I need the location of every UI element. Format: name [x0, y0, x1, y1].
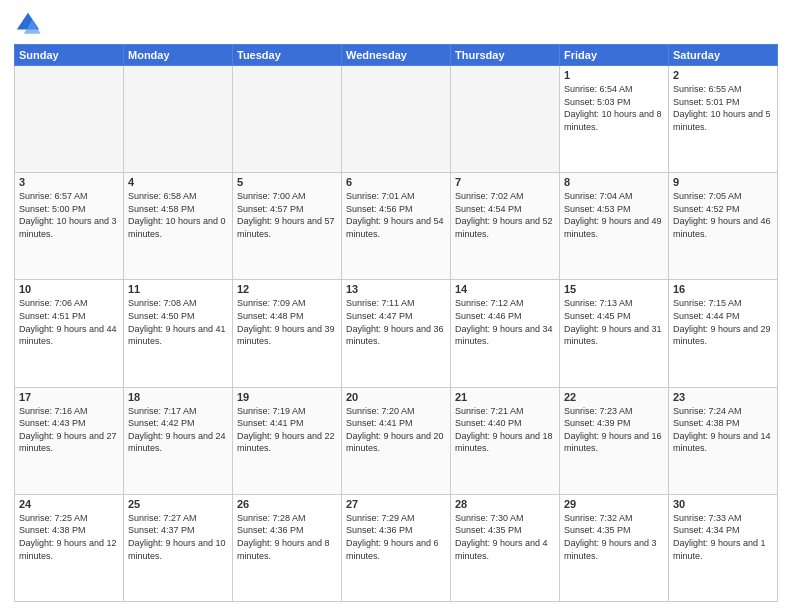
logo-icon [14, 10, 42, 38]
calendar-cell: 7Sunrise: 7:02 AM Sunset: 4:54 PM Daylig… [451, 173, 560, 280]
weekday-header: Saturday [669, 45, 778, 66]
calendar-cell: 25Sunrise: 7:27 AM Sunset: 4:37 PM Dayli… [124, 494, 233, 601]
day-number: 25 [128, 498, 228, 510]
day-number: 17 [19, 391, 119, 403]
day-info: Sunrise: 7:21 AM Sunset: 4:40 PM Dayligh… [455, 405, 555, 455]
day-info: Sunrise: 7:09 AM Sunset: 4:48 PM Dayligh… [237, 297, 337, 347]
calendar-table: SundayMondayTuesdayWednesdayThursdayFrid… [14, 44, 778, 602]
calendar-row: 3Sunrise: 6:57 AM Sunset: 5:00 PM Daylig… [15, 173, 778, 280]
weekday-header: Tuesday [233, 45, 342, 66]
day-number: 14 [455, 283, 555, 295]
header [14, 10, 778, 38]
day-info: Sunrise: 7:25 AM Sunset: 4:38 PM Dayligh… [19, 512, 119, 562]
calendar-cell: 14Sunrise: 7:12 AM Sunset: 4:46 PM Dayli… [451, 280, 560, 387]
day-number: 20 [346, 391, 446, 403]
day-info: Sunrise: 7:02 AM Sunset: 4:54 PM Dayligh… [455, 190, 555, 240]
calendar-cell: 24Sunrise: 7:25 AM Sunset: 4:38 PM Dayli… [15, 494, 124, 601]
calendar-cell: 3Sunrise: 6:57 AM Sunset: 5:00 PM Daylig… [15, 173, 124, 280]
day-info: Sunrise: 7:32 AM Sunset: 4:35 PM Dayligh… [564, 512, 664, 562]
day-info: Sunrise: 6:55 AM Sunset: 5:01 PM Dayligh… [673, 83, 773, 133]
day-number: 10 [19, 283, 119, 295]
weekday-row: SundayMondayTuesdayWednesdayThursdayFrid… [15, 45, 778, 66]
calendar-row: 24Sunrise: 7:25 AM Sunset: 4:38 PM Dayli… [15, 494, 778, 601]
day-number: 3 [19, 176, 119, 188]
calendar-cell: 21Sunrise: 7:21 AM Sunset: 4:40 PM Dayli… [451, 387, 560, 494]
day-number: 19 [237, 391, 337, 403]
calendar-cell: 27Sunrise: 7:29 AM Sunset: 4:36 PM Dayli… [342, 494, 451, 601]
calendar-cell: 28Sunrise: 7:30 AM Sunset: 4:35 PM Dayli… [451, 494, 560, 601]
day-number: 16 [673, 283, 773, 295]
day-info: Sunrise: 6:57 AM Sunset: 5:00 PM Dayligh… [19, 190, 119, 240]
day-info: Sunrise: 7:13 AM Sunset: 4:45 PM Dayligh… [564, 297, 664, 347]
day-number: 22 [564, 391, 664, 403]
calendar-cell: 22Sunrise: 7:23 AM Sunset: 4:39 PM Dayli… [560, 387, 669, 494]
calendar-cell: 5Sunrise: 7:00 AM Sunset: 4:57 PM Daylig… [233, 173, 342, 280]
logo [14, 10, 46, 38]
weekday-header: Thursday [451, 45, 560, 66]
page: SundayMondayTuesdayWednesdayThursdayFrid… [0, 0, 792, 612]
day-info: Sunrise: 7:04 AM Sunset: 4:53 PM Dayligh… [564, 190, 664, 240]
day-info: Sunrise: 7:05 AM Sunset: 4:52 PM Dayligh… [673, 190, 773, 240]
day-number: 12 [237, 283, 337, 295]
day-number: 21 [455, 391, 555, 403]
weekday-header: Monday [124, 45, 233, 66]
day-number: 4 [128, 176, 228, 188]
day-number: 11 [128, 283, 228, 295]
day-number: 15 [564, 283, 664, 295]
day-info: Sunrise: 7:15 AM Sunset: 4:44 PM Dayligh… [673, 297, 773, 347]
day-info: Sunrise: 7:01 AM Sunset: 4:56 PM Dayligh… [346, 190, 446, 240]
day-info: Sunrise: 7:27 AM Sunset: 4:37 PM Dayligh… [128, 512, 228, 562]
day-info: Sunrise: 7:00 AM Sunset: 4:57 PM Dayligh… [237, 190, 337, 240]
day-info: Sunrise: 7:30 AM Sunset: 4:35 PM Dayligh… [455, 512, 555, 562]
day-info: Sunrise: 7:16 AM Sunset: 4:43 PM Dayligh… [19, 405, 119, 455]
calendar-cell: 9Sunrise: 7:05 AM Sunset: 4:52 PM Daylig… [669, 173, 778, 280]
day-info: Sunrise: 7:17 AM Sunset: 4:42 PM Dayligh… [128, 405, 228, 455]
calendar-cell [233, 66, 342, 173]
day-info: Sunrise: 7:12 AM Sunset: 4:46 PM Dayligh… [455, 297, 555, 347]
calendar-header: SundayMondayTuesdayWednesdayThursdayFrid… [15, 45, 778, 66]
day-info: Sunrise: 7:19 AM Sunset: 4:41 PM Dayligh… [237, 405, 337, 455]
day-info: Sunrise: 6:54 AM Sunset: 5:03 PM Dayligh… [564, 83, 664, 133]
day-number: 6 [346, 176, 446, 188]
calendar-cell: 10Sunrise: 7:06 AM Sunset: 4:51 PM Dayli… [15, 280, 124, 387]
calendar-cell [15, 66, 124, 173]
day-info: Sunrise: 7:29 AM Sunset: 4:36 PM Dayligh… [346, 512, 446, 562]
day-number: 30 [673, 498, 773, 510]
calendar-cell: 18Sunrise: 7:17 AM Sunset: 4:42 PM Dayli… [124, 387, 233, 494]
weekday-header: Wednesday [342, 45, 451, 66]
calendar-cell: 19Sunrise: 7:19 AM Sunset: 4:41 PM Dayli… [233, 387, 342, 494]
day-number: 5 [237, 176, 337, 188]
calendar-cell: 20Sunrise: 7:20 AM Sunset: 4:41 PM Dayli… [342, 387, 451, 494]
day-info: Sunrise: 6:58 AM Sunset: 4:58 PM Dayligh… [128, 190, 228, 240]
calendar-row: 10Sunrise: 7:06 AM Sunset: 4:51 PM Dayli… [15, 280, 778, 387]
day-number: 2 [673, 69, 773, 81]
day-number: 9 [673, 176, 773, 188]
calendar-cell: 17Sunrise: 7:16 AM Sunset: 4:43 PM Dayli… [15, 387, 124, 494]
calendar-cell: 30Sunrise: 7:33 AM Sunset: 4:34 PM Dayli… [669, 494, 778, 601]
calendar-body: 1Sunrise: 6:54 AM Sunset: 5:03 PM Daylig… [15, 66, 778, 602]
calendar-cell: 13Sunrise: 7:11 AM Sunset: 4:47 PM Dayli… [342, 280, 451, 387]
calendar-cell: 2Sunrise: 6:55 AM Sunset: 5:01 PM Daylig… [669, 66, 778, 173]
calendar-cell: 12Sunrise: 7:09 AM Sunset: 4:48 PM Dayli… [233, 280, 342, 387]
weekday-header: Sunday [15, 45, 124, 66]
day-info: Sunrise: 7:23 AM Sunset: 4:39 PM Dayligh… [564, 405, 664, 455]
calendar-cell: 1Sunrise: 6:54 AM Sunset: 5:03 PM Daylig… [560, 66, 669, 173]
day-info: Sunrise: 7:24 AM Sunset: 4:38 PM Dayligh… [673, 405, 773, 455]
calendar-cell: 8Sunrise: 7:04 AM Sunset: 4:53 PM Daylig… [560, 173, 669, 280]
calendar-cell [342, 66, 451, 173]
calendar-cell: 26Sunrise: 7:28 AM Sunset: 4:36 PM Dayli… [233, 494, 342, 601]
calendar-cell: 11Sunrise: 7:08 AM Sunset: 4:50 PM Dayli… [124, 280, 233, 387]
day-number: 18 [128, 391, 228, 403]
calendar-row: 1Sunrise: 6:54 AM Sunset: 5:03 PM Daylig… [15, 66, 778, 173]
day-number: 13 [346, 283, 446, 295]
day-number: 27 [346, 498, 446, 510]
day-info: Sunrise: 7:11 AM Sunset: 4:47 PM Dayligh… [346, 297, 446, 347]
calendar-cell [124, 66, 233, 173]
calendar-cell: 4Sunrise: 6:58 AM Sunset: 4:58 PM Daylig… [124, 173, 233, 280]
day-number: 7 [455, 176, 555, 188]
day-number: 23 [673, 391, 773, 403]
day-info: Sunrise: 7:20 AM Sunset: 4:41 PM Dayligh… [346, 405, 446, 455]
day-number: 1 [564, 69, 664, 81]
day-info: Sunrise: 7:06 AM Sunset: 4:51 PM Dayligh… [19, 297, 119, 347]
calendar-cell: 23Sunrise: 7:24 AM Sunset: 4:38 PM Dayli… [669, 387, 778, 494]
